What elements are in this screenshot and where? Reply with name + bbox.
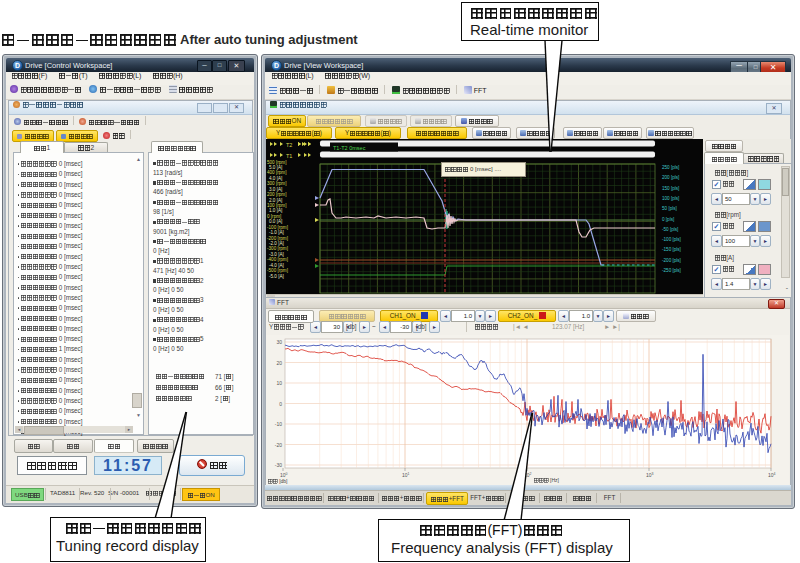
svg-text:100 [pls]: 100 [pls] [662,196,679,201]
svg-text:-250 [pls]: -250 [pls] [662,268,681,273]
svg-text:4.0 [A]: 4.0 [A] [269,176,282,181]
svg-text:1.0 [A]: 1.0 [A] [269,208,282,213]
svg-text:-200 [rpm]: -200 [rpm] [267,236,288,241]
svg-text:-5.0 [A]: -5.0 [A] [269,274,284,279]
svg-text:300 [rpm]: 300 [rpm] [267,181,286,186]
svg-text:-4.0 [A]: -4.0 [A] [269,263,284,268]
svg-text:-500 [rpm]: -500 [rpm] [267,268,288,273]
svg-text:-200 [pls]: -200 [pls] [662,258,681,263]
svg-text:-150 [pls]: -150 [pls] [662,247,681,252]
svg-text:-100 [rpm]: -100 [rpm] [267,225,288,230]
svg-text:-3.0 [A]: -3.0 [A] [269,252,284,257]
svg-text:-20: -20 [275,442,282,448]
svg-text:0 [pls]: 0 [pls] [662,217,674,222]
svg-text:3.0 [A]: 3.0 [A] [269,187,282,192]
svg-text:500 [rpm]: 500 [rpm] [267,160,286,165]
svg-text:0: 0 [279,401,282,407]
svg-text:T2: T2 [286,142,292,148]
svg-text:-50 [pls]: -50 [pls] [662,227,678,232]
svg-text:T1: T1 [286,153,292,159]
svg-text:5.0 [A]: 5.0 [A] [269,165,282,170]
svg-text:-400 [rpm]: -400 [rpm] [267,257,288,262]
svg-text:250 [pls]: 250 [pls] [662,165,679,170]
svg-text:200 [pls]: 200 [pls] [662,175,679,180]
svg-text:2.0 [A]: 2.0 [A] [269,198,282,203]
svg-text:30: 30 [276,339,282,345]
svg-text:0 [rpm]: 0 [rpm] [267,214,281,219]
svg-text:150 [pls]: 150 [pls] [662,186,679,191]
svg-text:-100 [pls]: -100 [pls] [662,237,681,242]
svg-text:10: 10 [276,380,282,386]
svg-text:0.0 [A]: 0.0 [A] [269,219,282,224]
svg-text:50 [pls]: 50 [pls] [662,206,677,211]
svg-text:400 [rpm]: 400 [rpm] [267,170,286,175]
svg-text:-1.0 [A]: -1.0 [A] [269,230,284,235]
svg-text:100 [rpm]: 100 [rpm] [267,203,286,208]
svg-text:20: 20 [276,360,282,366]
svg-text:-300 [rpm]: -300 [rpm] [267,246,288,251]
svg-text:-10: -10 [275,421,282,427]
svg-text:-2.0 [A]: -2.0 [A] [269,241,284,246]
svg-text:200 [rpm]: 200 [rpm] [267,192,286,197]
svg-text:-30: -30 [275,462,282,468]
svg-text:T1-T2 0msec: T1-T2 0msec [333,145,366,151]
